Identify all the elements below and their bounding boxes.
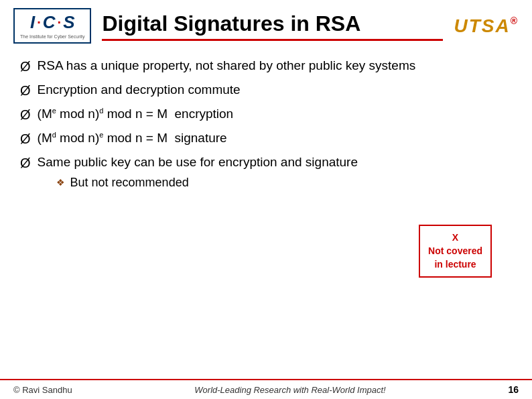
title-area: Digital Signatures in RSA	[102, 11, 443, 41]
bullet-text-3: (Me mod n)d mod n = M encryption	[38, 104, 512, 123]
bullet-item-5: Ø Same public key can be use for encrypt…	[20, 152, 512, 194]
not-covered-line2: Not covered	[428, 245, 482, 258]
bullet-arrow-1: Ø	[20, 56, 31, 77]
bullet-text-2: Encryption and decryption commute	[38, 80, 512, 99]
header: I · C · S The Institute for Cyber Securi…	[0, 0, 532, 44]
not-covered-box: X Not covered in lecture	[419, 225, 492, 278]
utsa-text: UTSA	[454, 15, 510, 36]
sub-bullet-item-1: ❖ But not recommended	[56, 174, 512, 192]
bullet-item-2: Ø Encryption and decryption commute	[20, 80, 512, 101]
utsa-logo: UTSA®	[454, 15, 519, 37]
not-covered-line3: in lecture	[428, 258, 482, 272]
bullet-arrow-2: Ø	[20, 80, 31, 101]
bullet-item-4: Ø (Md mod n)e mod n = M signature	[20, 128, 512, 150]
logo-subtitle: The Institute for Cyber Security	[20, 34, 84, 40]
logo-s: S	[63, 12, 74, 33]
content-area: Ø RSA has a unique property, not shared …	[0, 44, 532, 379]
bullet-text-4: (Md mod n)e mod n = M signature	[38, 128, 512, 148]
logo-c: C	[43, 12, 56, 33]
bullet-arrow-4: Ø	[20, 129, 31, 150]
logo-i: I	[30, 12, 35, 33]
logo-dot2: ·	[58, 15, 62, 30]
footer-page: 16	[508, 384, 519, 395]
footer: © Ravi Sandhu World-Leading Research wit…	[0, 379, 532, 399]
sub-bullet-list: ❖ But not recommended	[56, 174, 512, 192]
bullet-item-1: Ø RSA has a unique property, not shared …	[20, 56, 512, 77]
bullet-arrow-3: Ø	[20, 105, 31, 125]
bullet-text-1: RSA has a unique property, not shared by…	[38, 56, 512, 75]
bullet-list: Ø RSA has a unique property, not shared …	[20, 56, 512, 194]
not-covered-x: X	[428, 231, 482, 245]
bullet-text-5: Same public key can be use for encryptio…	[38, 152, 512, 194]
diamond-icon: ❖	[56, 176, 65, 190]
sub-bullet-text-1: But not recommended	[70, 174, 189, 192]
ics-logo: I · C · S The Institute for Cyber Securi…	[13, 8, 91, 44]
slide-title: Digital Signatures in RSA	[102, 11, 443, 36]
slide: I · C · S The Institute for Cyber Securi…	[0, 0, 532, 399]
logo-dot1: ·	[37, 15, 41, 30]
footer-tagline: World-Leading Research with Real-World I…	[194, 385, 385, 395]
footer-copyright: © Ravi Sandhu	[13, 385, 72, 395]
bullet-item-3: Ø (Me mod n)d mod n = M encryption	[20, 104, 512, 125]
title-underline	[102, 39, 443, 41]
bullet-arrow-5: Ø	[20, 153, 31, 174]
